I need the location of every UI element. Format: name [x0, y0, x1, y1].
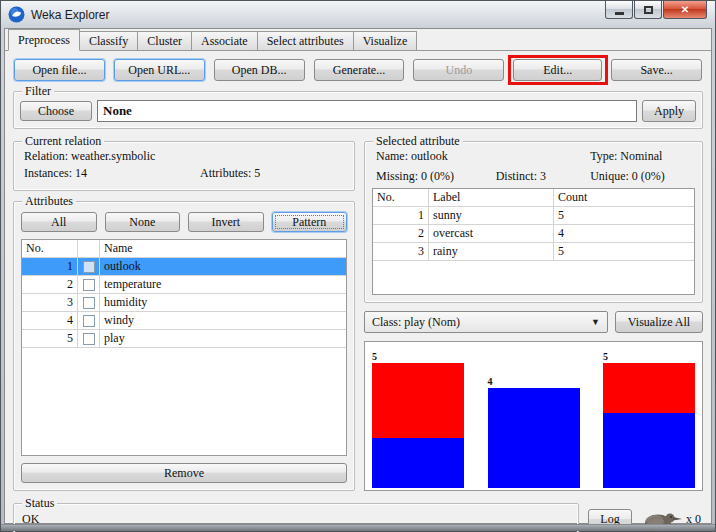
row-name: windy [100, 312, 346, 329]
row-checkbox[interactable] [78, 294, 100, 311]
minimize-button[interactable] [605, 1, 633, 19]
apply-filter-button[interactable]: Apply [642, 100, 696, 122]
chevron-down-icon: ▼ [591, 317, 600, 327]
col-no[interactable]: No. [373, 189, 429, 206]
value-row-sunny[interactable]: 1 sunny 5 [373, 206, 694, 224]
bar-segment-play-no [372, 363, 464, 438]
bar-rainy: 5 [603, 350, 695, 488]
close-button[interactable]: ✕ [663, 1, 707, 19]
attributes-table: No. Name 1 outlook 2 [21, 239, 347, 456]
row-no: 1 [22, 258, 78, 275]
bar-sunny: 5 [372, 350, 464, 488]
bar-segment-play-yes [603, 413, 695, 488]
row-no: 4 [22, 312, 78, 329]
row-no: 1 [373, 207, 429, 224]
tab-cluster[interactable]: Cluster [137, 31, 192, 50]
open-file-button[interactable]: Open file... [14, 59, 105, 81]
save-button[interactable]: Save... [611, 59, 702, 81]
class-selector-dropdown[interactable]: Class: play (Nom) ▼ [364, 311, 608, 333]
window-controls: ✕ [604, 1, 707, 19]
open-url-button[interactable]: Open URL... [114, 59, 205, 81]
row-no: 2 [373, 225, 429, 242]
col-checkbox[interactable] [78, 240, 100, 257]
status-label: Status [22, 496, 57, 510]
bar-segment-play-no [603, 363, 695, 413]
selected-attribute-group: Selected attribute Name: outlook Type: N… [364, 141, 703, 303]
remove-button[interactable]: Remove [21, 463, 347, 483]
bar-segment-play-yes [488, 388, 580, 488]
attribute-row-play[interactable]: 5 play [22, 329, 346, 347]
open-db-button[interactable]: Open DB... [214, 59, 305, 81]
bar-segment-play-yes [372, 438, 464, 488]
tab-preprocess[interactable]: Preprocess [8, 29, 80, 51]
toolbar: Open file... Open URL... Open DB... Gene… [14, 59, 702, 81]
row-checkbox[interactable] [78, 258, 100, 275]
attribute-selection-buttons: All None Invert Pattern [21, 212, 347, 232]
attr-missing-value: Missing: 0 (0%) [376, 168, 496, 184]
close-icon: ✕ [681, 4, 689, 15]
checkbox-icon [83, 279, 95, 291]
tab-associate[interactable]: Associate [191, 31, 258, 50]
generate-button[interactable]: Generate... [314, 59, 405, 81]
row-name: temperature [100, 276, 346, 293]
row-checkbox[interactable] [78, 330, 100, 347]
invert-button[interactable]: Invert [188, 212, 264, 232]
row-checkbox[interactable] [78, 276, 100, 293]
tab-classify[interactable]: Classify [79, 31, 138, 50]
bar-total-label: 5 [372, 350, 464, 363]
attribute-row-humidity[interactable]: 3 humidity [22, 293, 346, 311]
attribute-row-outlook[interactable]: 1 outlook [22, 257, 346, 275]
all-button[interactable]: All [21, 212, 97, 232]
instances-value: Instances: 14 [24, 165, 200, 182]
col-name[interactable]: Name [100, 240, 346, 257]
tab-bar: Preprocess Classify Cluster Associate Se… [5, 29, 711, 51]
edit-button[interactable]: Edit... [513, 59, 602, 81]
value-row-overcast[interactable]: 2 overcast 4 [373, 224, 694, 242]
checkbox-icon [83, 315, 95, 327]
row-name: outlook [100, 258, 346, 275]
attr-name-value: Name: outlook [376, 148, 496, 164]
col-label[interactable]: Label [429, 189, 554, 206]
value-table-header: No. Label Count [373, 189, 694, 206]
visualize-all-button[interactable]: Visualize All [615, 311, 703, 333]
attributes-table-empty-area [22, 348, 346, 455]
row-name: play [100, 330, 346, 347]
client-area: Preprocess Classify Cluster Associate Se… [4, 28, 712, 524]
value-counts-table: No. Label Count 1 sunny 5 2 [372, 188, 695, 295]
edit-button-wrapper: Edit... [513, 59, 602, 81]
row-name: humidity [100, 294, 346, 311]
tab-select-attributes[interactable]: Select attributes [257, 31, 354, 50]
pattern-button[interactable]: Pattern [272, 212, 348, 232]
row-count: 5 [554, 243, 694, 260]
row-checkbox[interactable] [78, 312, 100, 329]
selected-attribute-label: Selected attribute [373, 134, 463, 148]
attributes-group: Attributes All None Invert Pattern No. N [13, 201, 355, 491]
undo-button[interactable]: Undo [413, 59, 504, 81]
value-row-rainy[interactable]: 3 rainy 5 [373, 242, 694, 260]
weka-app-icon [8, 6, 25, 23]
attributes-label: Attributes [22, 194, 76, 208]
attribute-row-temperature[interactable]: 2 temperature [22, 275, 346, 293]
col-count[interactable]: Count [554, 189, 694, 206]
row-count: 5 [554, 207, 694, 224]
row-label: rainy [429, 243, 554, 260]
maximize-button[interactable] [634, 1, 662, 19]
choose-filter-button[interactable]: Choose [20, 101, 92, 121]
title-bar: Weka Explorer ✕ [1, 1, 715, 28]
row-label: sunny [429, 207, 554, 224]
bar-overcast: 4 [488, 375, 580, 488]
current-relation-label: Current relation [22, 134, 104, 148]
col-no[interactable]: No. [22, 240, 78, 257]
weka-explorer-window: Weka Explorer ✕ Preprocess Classify Clus… [0, 0, 716, 532]
filter-value-field[interactable]: None [97, 100, 637, 122]
attribute-row-windy[interactable]: 4 windy [22, 311, 346, 329]
none-button[interactable]: None [105, 212, 181, 232]
value-table-empty-area [373, 261, 694, 294]
tab-visualize[interactable]: Visualize [353, 31, 418, 50]
class-selector-value: Class: play (Nom) [372, 315, 460, 330]
attr-type-value: Type: Nominal [590, 148, 691, 164]
filter-label: Filter [22, 84, 54, 98]
bar-total-label: 4 [488, 375, 580, 388]
row-no: 5 [22, 330, 78, 347]
window-bottom-frame [1, 524, 715, 531]
